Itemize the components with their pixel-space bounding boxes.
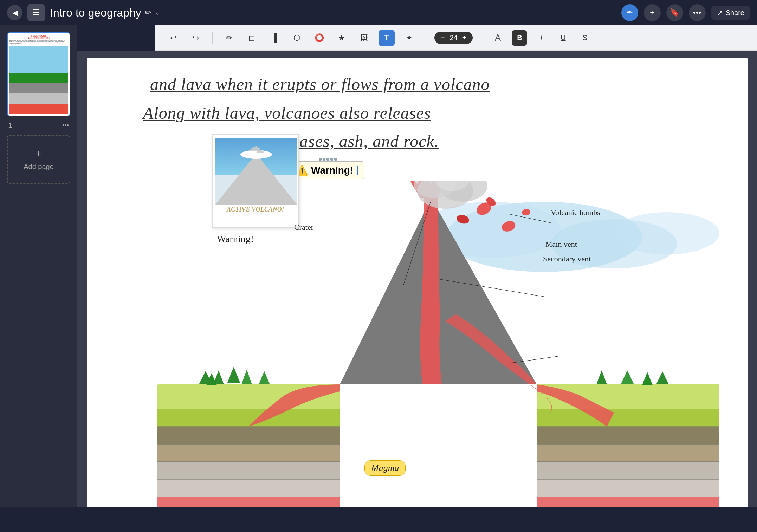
bookmark-button[interactable]: 🔖: [666, 4, 683, 21]
text-line-3[interactable]: gases, ash, and rock.: [291, 131, 439, 151]
svg-rect-22: [537, 497, 719, 507]
title-chevron-icon[interactable]: ⌄: [155, 9, 160, 17]
svg-marker-48: [656, 371, 669, 384]
share-button[interactable]: ↗ Share: [711, 6, 750, 20]
pen-button[interactable]: ✒: [621, 4, 638, 21]
handle-dot: [330, 158, 333, 161]
add-page-plus-icon: +: [35, 148, 42, 160]
pen-tool-button[interactable]: ✏: [221, 30, 237, 46]
volcano-diagram-svg: [157, 181, 719, 507]
svg-marker-40: [227, 367, 240, 383]
toolbar: ↩ ↪ ✏ ◻ ▐ ⬡ ⭕ ★ 🖼 T ✦ − 24 + A B I U S: [155, 25, 757, 51]
text-tool-button[interactable]: T: [378, 30, 395, 46]
canvas-page: and lava when it erupts or flows from a …: [87, 58, 748, 507]
page-number-row: 1 •••: [7, 122, 70, 129]
svg-marker-41: [241, 370, 252, 384]
star-tool-button[interactable]: ★: [334, 30, 350, 46]
thumb-body-text: A volcano is an opening in Earth's crust…: [9, 40, 68, 44]
underline-button[interactable]: U: [555, 30, 571, 46]
text-cursor: [357, 166, 358, 175]
smoke-icon-2: ☁: [255, 145, 264, 156]
eraser-tool-button[interactable]: ◻: [244, 30, 260, 46]
svg-marker-46: [621, 370, 634, 384]
thumb-cross-section: [9, 46, 68, 114]
sidebar: VOLCANOES 🌋 VOLCANIC ERUPTIONS A volcano…: [0, 25, 77, 507]
back-button[interactable]: ◀: [7, 5, 22, 20]
magic-tool-button[interactable]: ✦: [401, 30, 417, 46]
svg-rect-10: [157, 497, 340, 507]
svg-point-3: [614, 212, 719, 254]
thumb-title: VOLCANOES: [9, 34, 68, 37]
header-right: ✒ + 🔖 ••• ↗ Share: [621, 4, 750, 21]
title-text: Intro to geography: [50, 6, 141, 19]
svg-marker-44: [259, 371, 270, 384]
strikethrough-button[interactable]: S: [577, 30, 593, 46]
add-page-button[interactable]: + Add page: [7, 135, 70, 184]
lasso-tool-button[interactable]: ⬡: [289, 30, 305, 46]
font-size-decrease[interactable]: −: [439, 34, 446, 42]
page-thumbnail-1[interactable]: VOLCANOES 🌋 VOLCANIC ERUPTIONS A volcano…: [7, 32, 70, 116]
separator-1: [212, 32, 213, 44]
document-title: Intro to geography ✏ ⌄: [50, 6, 160, 19]
handle-dot: [326, 158, 329, 161]
add-page-button[interactable]: +: [644, 4, 661, 21]
thumb-diagram: [9, 46, 68, 114]
font-size-increase[interactable]: +: [461, 34, 468, 42]
magma-label: Magma: [364, 460, 406, 476]
header-left: ◀ ☰ Intro to geography ✏ ⌄: [7, 4, 616, 21]
label-volcanic-bombs: Volcanic bombs: [551, 208, 600, 217]
handle-dot: [319, 158, 322, 161]
svg-marker-45: [596, 370, 607, 384]
add-page-label: Add page: [24, 163, 54, 171]
share-label: Share: [726, 9, 744, 17]
bold-button[interactable]: B: [512, 30, 527, 46]
handle-dot: [334, 158, 337, 161]
undo-button[interactable]: ↩: [165, 30, 181, 46]
image-tool-button[interactable]: 🖼: [356, 30, 372, 46]
thumb-page-content: VOLCANOES 🌋 VOLCANIC ERUPTIONS A volcano…: [8, 33, 70, 116]
header: ◀ ☰ Intro to geography ✏ ⌄ ✒ + 🔖 ••• ↗ S…: [0, 0, 757, 25]
canvas-area[interactable]: and lava when it erupts or flows from a …: [77, 51, 757, 507]
highlighter-tool-button[interactable]: ▐: [266, 30, 282, 46]
handle-dot: [323, 158, 325, 161]
share-icon: ↗: [717, 8, 723, 17]
text-line-1[interactable]: and lava when it erupts or flows from a …: [150, 74, 490, 94]
warning-box[interactable]: ⚠️ Warning!: [290, 161, 364, 179]
title-pencil-icon: ✏: [145, 8, 151, 17]
page-more-icon[interactable]: •••: [62, 122, 69, 129]
warning-box-handle[interactable]: [319, 158, 337, 161]
separator-3: [481, 32, 481, 44]
label-crater: Crater: [294, 223, 313, 232]
select-tool-button[interactable]: ⭕: [311, 30, 327, 46]
text-line-2[interactable]: Along with lava, volcanoes also releases: [143, 103, 431, 123]
thumb-subtitle: 🌋 VOLCANIC ERUPTIONS: [9, 37, 68, 39]
label-secondary-vent: Secondary vent: [543, 254, 591, 264]
notebook-icon[interactable]: ☰: [27, 4, 45, 21]
warning-box-text: Warning!: [311, 165, 353, 176]
more-button[interactable]: •••: [689, 4, 706, 21]
italic-button[interactable]: I: [533, 30, 549, 46]
label-main-vent: Main vent: [545, 240, 577, 249]
font-size-control: − 24 +: [434, 32, 473, 44]
right-panel: ↩ ↪ ✏ ◻ ▐ ⬡ ⭕ ★ 🖼 T ✦ − 24 + A B I U S: [77, 25, 757, 507]
font-button[interactable]: A: [490, 30, 505, 46]
redo-button[interactable]: ↪: [188, 30, 204, 46]
thumbnail-content: VOLCANOES 🌋 VOLCANIC ERUPTIONS A volcano…: [8, 33, 70, 116]
page-number: 1: [8, 122, 12, 129]
svg-marker-47: [642, 372, 653, 385]
main-layout: VOLCANOES 🌋 VOLCANIC ERUPTIONS A volcano…: [0, 25, 757, 507]
separator-2: [426, 32, 426, 44]
font-size-value: 24: [448, 34, 459, 42]
